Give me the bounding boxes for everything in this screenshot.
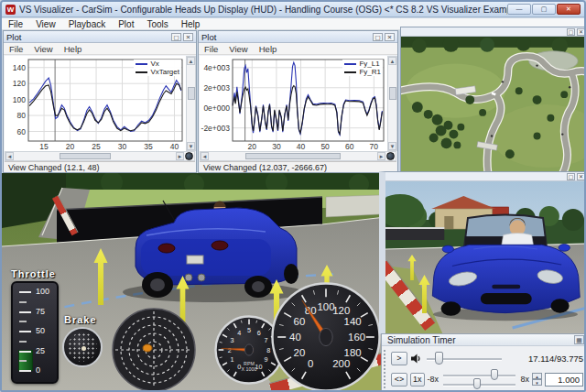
time-display: 17.114/93.775	[506, 354, 583, 364]
menu-item[interactable]: Help	[59, 44, 88, 54]
plot1-status-bar: View Changed (12.1, 48)	[5, 161, 195, 172]
menu-item[interactable]: View	[29, 19, 62, 29]
svg-text:160: 160	[348, 332, 365, 343]
camera-titlebar[interactable]: ▢ ✕	[385, 172, 586, 181]
restore-icon[interactable]: ▢	[373, 33, 383, 41]
throttle-minor-tick	[19, 301, 27, 303]
menu-item[interactable]: File	[199, 44, 223, 54]
menu-item[interactable]: Help	[175, 19, 207, 29]
speaker-icon[interactable]	[410, 353, 422, 365]
throttle-tick-label: 0	[36, 365, 40, 375]
svg-text:6: 6	[257, 329, 261, 337]
panel-grip-icon[interactable]	[383, 349, 387, 388]
close-icon[interactable]: ✕	[183, 33, 193, 41]
vertical-scrollbar[interactable]: ▲ ▼	[186, 56, 196, 151]
maximize-icon[interactable]: ▢	[532, 4, 556, 15]
scroll-track[interactable]	[14, 152, 176, 160]
spin-down-icon[interactable]: ▼	[532, 379, 542, 386]
scroll-left-icon[interactable]: ◄	[5, 152, 14, 160]
svg-text:1: 1	[231, 355, 234, 364]
aerial-3d-viewport[interactable]	[401, 37, 586, 173]
aerial-titlebar[interactable]: ▢ ✕	[401, 27, 586, 37]
svg-text:25: 25	[92, 142, 101, 151]
legend-swatch	[344, 63, 356, 65]
svg-text:80: 80	[17, 111, 27, 120]
throttle-tick-label: 25	[36, 346, 45, 355]
svg-text:20: 20	[294, 347, 306, 358]
scroll-track[interactable]	[209, 152, 377, 160]
time-slider-handle[interactable]	[435, 352, 443, 365]
window-controls: — ▢ ✕	[507, 4, 581, 15]
svg-text:2: 2	[228, 346, 232, 354]
plot2-titlebar[interactable]: Plot ▢ ✕	[199, 31, 397, 43]
menu-item[interactable]: Tools	[140, 19, 174, 29]
menu-item[interactable]: View	[223, 44, 253, 54]
horizontal-scroll-thumb[interactable]	[60, 153, 112, 159]
restore-icon[interactable]: ▢	[567, 28, 575, 36]
play-button[interactable]: >	[391, 352, 407, 365]
speed-min-label: -8x	[428, 375, 440, 384]
loop-button[interactable]: <>	[391, 373, 407, 387]
throttle-tick	[19, 351, 31, 353]
menu-item[interactable]: View	[28, 44, 58, 54]
fine-speed-slider[interactable]	[441, 379, 517, 388]
scroll-right-icon[interactable]: ►	[377, 152, 385, 160]
menu-item[interactable]: Plot	[112, 19, 140, 29]
vertical-scrollbar[interactable]: ▲ ▼	[387, 56, 397, 151]
minimize-icon[interactable]: —	[507, 4, 531, 15]
speed-value-field[interactable]: 1.000	[545, 373, 583, 387]
close-icon[interactable]: ✕	[557, 4, 581, 15]
simulation-timer-panel: Simulation Timer ▦ > 17.114/93.775 <> 1x…	[381, 333, 586, 392]
window-titlebar[interactable]: W VS Visualizer - CarSim - Configurable …	[2, 2, 584, 17]
horizontal-scrollbar[interactable]: ◄ ►	[5, 151, 195, 161]
reset-view-icon[interactable]	[185, 152, 193, 160]
throttle-tick-label: 50	[36, 326, 45, 335]
throttle-gauge: 1007550250	[11, 281, 59, 384]
close-icon[interactable]: ✕	[385, 33, 395, 41]
speed-gauge: 020406080100120140160180200	[271, 282, 381, 392]
legend-label: Fy_L1	[359, 60, 379, 68]
scroll-down-icon[interactable]: ▼	[187, 142, 195, 150]
svg-text:50: 50	[320, 142, 330, 151]
menu-item[interactable]: Playback	[62, 19, 113, 29]
throttle-tick	[19, 291, 31, 293]
scroll-down-icon[interactable]: ▼	[388, 142, 396, 150]
svg-text:20: 20	[248, 142, 257, 151]
close-icon[interactable]: ✕	[577, 173, 585, 180]
speed-spinner[interactable]: ▲▼	[532, 373, 542, 386]
scroll-left-icon[interactable]: ◄	[201, 152, 209, 160]
scroll-up-icon[interactable]: ▲	[388, 57, 396, 65]
plot2-title: Plot	[201, 32, 373, 42]
fine-speed-slider-handle[interactable]	[473, 378, 481, 389]
camera-3d-viewport[interactable]	[385, 181, 586, 333]
svg-text:15: 15	[39, 142, 49, 151]
reset-view-icon[interactable]	[386, 152, 395, 160]
menu-item[interactable]: File	[2, 19, 29, 29]
vertical-scroll-thumb[interactable]	[188, 87, 195, 100]
brake-gauge	[62, 327, 103, 367]
time-slider[interactable]	[425, 351, 504, 365]
legend-entry: Fy_R1	[344, 68, 381, 76]
panel-menu-icon[interactable]: ▦	[574, 335, 584, 344]
close-icon[interactable]: ✕	[577, 28, 585, 36]
restore-icon[interactable]: ▢	[567, 173, 575, 180]
vertical-scroll-thumb[interactable]	[389, 87, 396, 100]
horizontal-scrollbar[interactable]: ◄ ►	[200, 151, 396, 161]
menu-item[interactable]: Help	[254, 44, 283, 54]
plot2-menubar: FileViewHelp	[199, 43, 397, 55]
timer-titlebar[interactable]: Simulation Timer ▦	[382, 334, 586, 346]
plot1-titlebar[interactable]: Plot ▢ ✕	[4, 31, 196, 43]
scroll-right-icon[interactable]: ►	[176, 152, 184, 160]
svg-text:0: 0	[308, 358, 313, 369]
scroll-up-icon[interactable]: ▲	[187, 57, 195, 65]
svg-text:8: 8	[266, 346, 270, 354]
legend-entry: Fy_L1	[344, 60, 381, 68]
restore-icon[interactable]: ▢	[171, 33, 181, 41]
legend-swatch	[344, 71, 356, 73]
spin-up-icon[interactable]: ▲	[532, 373, 542, 379]
menu-item[interactable]: File	[4, 44, 28, 54]
horizontal-scroll-thumb[interactable]	[245, 153, 340, 159]
svg-text:7: 7	[264, 336, 267, 344]
speed-max-label: 8x	[520, 375, 529, 384]
speed-1x-button[interactable]: 1x	[410, 373, 425, 387]
